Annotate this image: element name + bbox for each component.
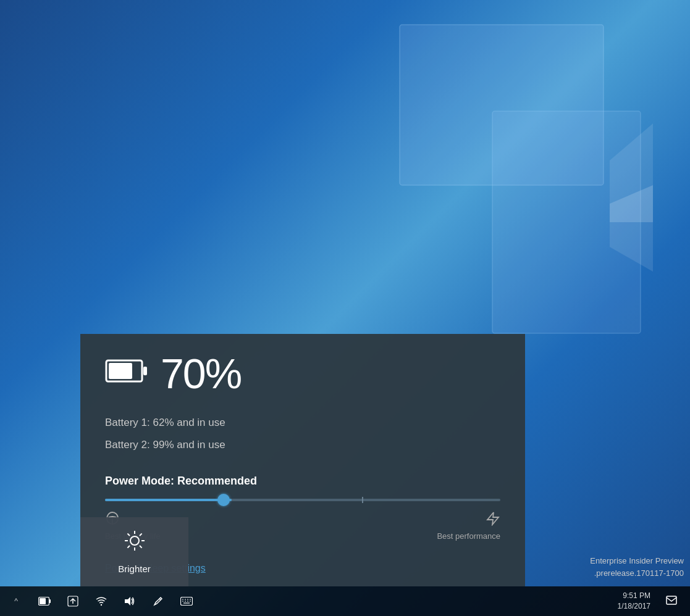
svg-rect-19 [40, 598, 46, 604]
svg-line-16 [127, 546, 130, 548]
battery1-status: Battery 1: 62% and in use [105, 412, 500, 434]
svg-marker-23 [125, 597, 130, 606]
svg-rect-5 [143, 367, 147, 375]
taskbar-battery-button[interactable] [31, 586, 58, 616]
svg-line-15 [140, 533, 142, 536]
brighter-label: Brighter [118, 564, 151, 574]
power-slider-container[interactable] [105, 499, 500, 501]
battery-header: 70% [105, 352, 500, 394]
battery-status-list: Battery 1: 62% and in use Battery 2: 99%… [105, 412, 500, 456]
svg-line-14 [140, 546, 142, 548]
enterprise-line2: .prerelease.170117-1700 [590, 567, 684, 580]
brighter-tile[interactable]: Brighter [80, 517, 188, 586]
svg-rect-18 [49, 599, 51, 603]
performance-icon [486, 511, 500, 529]
svg-rect-6 [109, 363, 132, 379]
taskbar-keyboard-button[interactable] [173, 586, 200, 616]
taskbar-time: 9:51 PM [623, 591, 650, 601]
taskbar-notification-button[interactable] [658, 586, 685, 616]
enterprise-line1: Enterprise Insider Preview [590, 555, 684, 567]
chevron-up-icon: ^ [14, 597, 18, 606]
taskbar: ^ [0, 586, 690, 616]
taskbar-pen-button[interactable] [145, 586, 172, 616]
enterprise-watermark: Enterprise Insider Preview .prerelease.1… [590, 555, 684, 579]
best-performance-text: Best performance [437, 531, 500, 541]
svg-point-22 [101, 604, 102, 606]
desktop-windows-logo [381, 12, 653, 352]
taskbar-wifi-button[interactable] [88, 586, 115, 616]
taskbar-left: ^ [2, 586, 200, 616]
power-mode-label: Power Mode: Recommended [105, 475, 500, 488]
taskbar-upload-button[interactable] [59, 586, 86, 616]
battery2-status: Battery 2: 99% and in use [105, 434, 500, 456]
taskbar-chevron-button[interactable]: ^ [2, 586, 30, 616]
taskbar-right: 9:51 PM 1/18/2017 [613, 586, 688, 616]
battery-percentage: 70% [161, 352, 241, 394]
best-performance-label: Best performance [437, 511, 500, 541]
taskbar-clock[interactable]: 9:51 PM 1/18/2017 [613, 591, 655, 612]
brightness-icon [124, 530, 146, 556]
taskbar-volume-button[interactable] [116, 586, 143, 616]
battery-icon [105, 356, 148, 391]
svg-point-8 [130, 536, 139, 545]
svg-line-24 [159, 599, 161, 600]
power-slider-tick [362, 497, 363, 503]
svg-line-13 [127, 533, 130, 536]
taskbar-date: 1/18/2017 [618, 601, 650, 612]
power-slider-thumb[interactable] [217, 494, 230, 506]
power-slider-fill [105, 499, 232, 501]
power-slider-track[interactable] [105, 499, 500, 501]
svg-rect-35 [667, 596, 676, 604]
